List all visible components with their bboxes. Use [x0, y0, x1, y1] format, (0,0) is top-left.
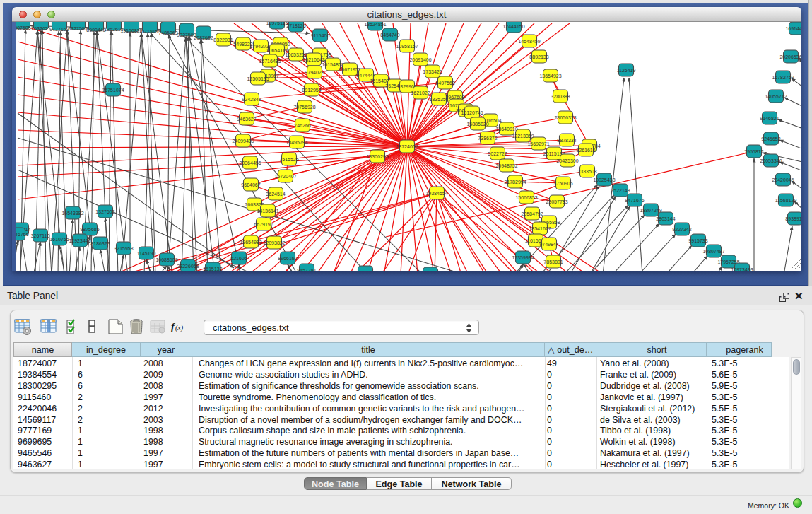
svg-text:15692971: 15692971 — [527, 141, 549, 146]
svg-text:3280388: 3280388 — [551, 94, 570, 99]
svg-text:9227342: 9227342 — [672, 227, 691, 232]
svg-text:8966160: 8966160 — [278, 256, 297, 261]
svg-text:24099489: 24099489 — [232, 139, 254, 144]
svg-text:7386372: 7386372 — [478, 136, 497, 141]
svg-text:16914479: 16914479 — [785, 26, 801, 31]
svg-text:1621022: 1621022 — [411, 90, 430, 95]
svg-text:9684067: 9684067 — [241, 182, 260, 187]
svg-text:15751074: 15751074 — [102, 88, 124, 93]
svg-text:14548459: 14548459 — [518, 39, 540, 44]
svg-text:9327505: 9327505 — [68, 26, 87, 31]
svg-text:1733426: 1733426 — [423, 69, 442, 74]
svg-text:9457791: 9457791 — [297, 268, 316, 271]
svg-text:1125419: 1125419 — [617, 68, 636, 73]
svg-text:19654983: 19654983 — [240, 240, 261, 245]
svg-text:7515526: 7515526 — [279, 157, 298, 162]
svg-text:5022727: 5022727 — [488, 151, 507, 156]
svg-text:23226058: 23226058 — [177, 264, 199, 269]
svg-text:11568129: 11568129 — [775, 198, 797, 203]
svg-text:12213369: 12213369 — [512, 134, 534, 139]
svg-text:(x): (x) — [175, 324, 184, 332]
svg-text:10807487: 10807487 — [702, 249, 724, 254]
svg-text:19384554: 19384554 — [425, 191, 447, 196]
svg-text:7485063: 7485063 — [158, 30, 177, 35]
svg-text:8427552: 8427552 — [355, 270, 375, 271]
svg-text:10973493: 10973493 — [731, 267, 753, 271]
svg-text:9146821: 9146821 — [760, 116, 779, 121]
svg-text:9463627: 9463627 — [237, 117, 256, 122]
svg-text:7853801: 7853801 — [543, 259, 563, 264]
svg-text:14055712: 14055712 — [765, 94, 787, 99]
svg-text:14136141: 14136141 — [257, 209, 278, 214]
svg-text:7632621: 7632621 — [31, 26, 50, 31]
svg-text:20948752: 20948752 — [495, 163, 517, 168]
svg-text:18724007: 18724007 — [396, 144, 418, 149]
svg-text:1327602: 1327602 — [95, 209, 114, 214]
svg-text:20584792: 20584792 — [521, 211, 543, 216]
svg-text:15066853: 15066853 — [515, 195, 537, 200]
svg-text:20691406: 20691406 — [409, 57, 431, 62]
svg-text:10025438: 10025438 — [593, 177, 615, 182]
svg-text:9875685: 9875685 — [80, 227, 99, 232]
svg-text:8471676: 8471676 — [625, 198, 644, 203]
svg-text:13524851: 13524851 — [364, 22, 386, 27]
svg-text:12923446: 12923446 — [69, 238, 90, 243]
svg-text:18807249: 18807249 — [640, 208, 661, 213]
svg-text:6679197: 6679197 — [254, 222, 273, 227]
svg-text:16154808: 16154808 — [322, 62, 343, 67]
svg-text:23656373: 23656373 — [554, 115, 576, 120]
svg-text:2803144: 2803144 — [656, 216, 675, 221]
svg-text:9777169: 9777169 — [49, 27, 69, 32]
svg-text:70756928: 70756928 — [293, 105, 315, 110]
svg-text:1615132: 1615132 — [203, 267, 222, 271]
svg-text:23057783: 23057783 — [546, 199, 567, 204]
svg-text:9242848: 9242848 — [242, 97, 261, 102]
svg-text:8938913: 8938913 — [785, 216, 801, 221]
svg-text:20364456: 20364456 — [239, 160, 261, 165]
svg-text:10719155: 10719155 — [139, 29, 160, 34]
svg-text:20053346: 20053346 — [760, 158, 782, 163]
svg-text:9749844: 9749844 — [539, 242, 558, 247]
svg-text:9261616: 9261616 — [576, 148, 595, 153]
svg-text:3215958: 3215958 — [114, 246, 133, 251]
svg-text:8892133: 8892133 — [529, 54, 548, 59]
svg-text:9115460: 9115460 — [311, 33, 330, 38]
svg-text:10688609: 10688609 — [155, 257, 177, 262]
svg-text:16120746: 16120746 — [461, 110, 483, 115]
svg-text:8322031: 8322031 — [213, 37, 233, 42]
svg-text:3750906: 3750906 — [553, 181, 572, 186]
svg-text:9474444: 9474444 — [356, 73, 375, 78]
svg-text:6497568: 6497568 — [435, 81, 454, 86]
svg-text:22420046: 22420046 — [772, 177, 794, 182]
svg-text:8912954: 8912954 — [302, 88, 321, 93]
svg-text:21782994: 21782994 — [504, 180, 526, 185]
svg-text:18541677: 18541677 — [529, 226, 551, 231]
svg-text:12975115: 12975115 — [266, 22, 288, 25]
svg-text:15716485: 15716485 — [259, 59, 281, 64]
svg-text:17046766: 17046766 — [16, 232, 29, 237]
svg-text:9794028: 9794028 — [305, 70, 324, 75]
svg-text:9915733: 9915733 — [688, 238, 707, 243]
svg-text:12093822: 12093822 — [263, 240, 285, 245]
svg-text:8454749: 8454749 — [380, 33, 399, 37]
svg-text:20425300: 20425300 — [556, 158, 578, 163]
svg-text:2333508: 2333508 — [577, 169, 596, 174]
svg-text:8186323: 8186323 — [90, 241, 110, 246]
svg-text:13640910: 13640910 — [495, 127, 517, 132]
svg-text:2522148: 2522148 — [611, 188, 630, 193]
svg-text:8990448: 8990448 — [86, 28, 105, 33]
svg-text:1610755: 1610755 — [49, 237, 69, 242]
svg-text:18300295: 18300295 — [366, 154, 388, 159]
svg-text:3267110: 3267110 — [31, 233, 50, 238]
svg-text:621606: 621606 — [230, 256, 247, 261]
svg-text:9245652: 9245652 — [761, 136, 780, 141]
svg-text:10671955: 10671955 — [339, 67, 360, 72]
svg-text:10653267: 10653267 — [285, 52, 307, 57]
svg-text:15885820: 15885820 — [466, 122, 488, 127]
svg-text:2718126: 2718126 — [286, 23, 305, 28]
svg-text:13495794: 13495794 — [286, 140, 307, 145]
svg-text:1145190: 1145190 — [137, 251, 156, 256]
svg-text:20206536: 20206536 — [779, 54, 801, 59]
svg-text:16782759: 16782759 — [772, 75, 794, 80]
svg-text:2087682: 2087682 — [194, 35, 213, 40]
